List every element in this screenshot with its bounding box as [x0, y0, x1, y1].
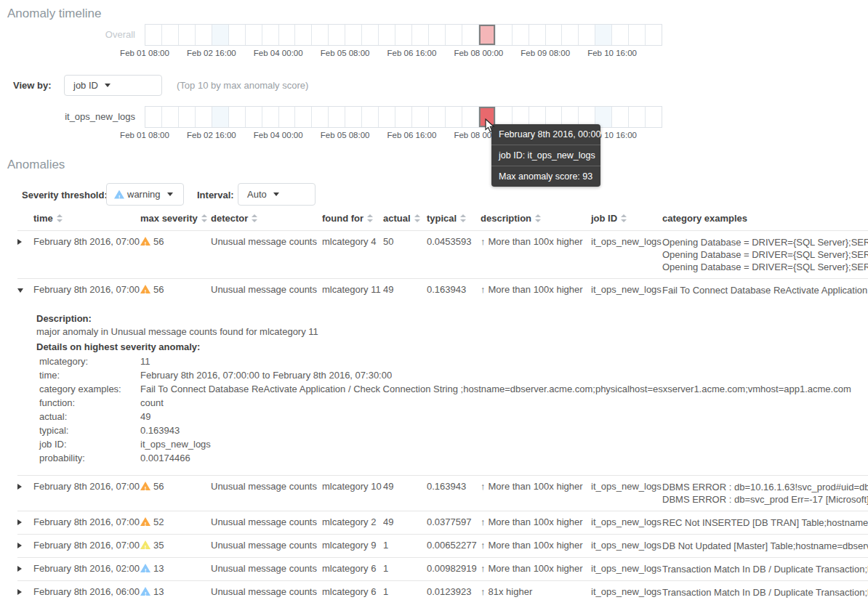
cell-actual: 1 [383, 535, 427, 558]
cell-detector: Unusual message counts [211, 535, 322, 558]
tooltip-time: February 8th 2016, 00:00 [491, 124, 600, 145]
column-header-job-ID[interactable]: job ID [591, 209, 662, 231]
swimlane-cell[interactable] [212, 107, 229, 127]
expand-row-icon[interactable] [17, 484, 22, 490]
expand-row-icon[interactable] [17, 239, 22, 245]
swimlane-cell[interactable] [162, 25, 179, 45]
category-example-line: Transaction Match In DB / Duplicate Tran… [662, 586, 868, 599]
table-row[interactable]: February 8th 2016, 07:00 56 Unusual mess… [17, 476, 868, 511]
details-field: time:February 8th 2016, 07:00:00 to Febr… [36, 368, 868, 382]
view-by-dropdown[interactable]: job ID [64, 75, 162, 96]
swimlane-cell[interactable] [395, 107, 412, 127]
expand-row-icon[interactable] [17, 589, 22, 595]
swimlane-cell[interactable] [629, 25, 646, 45]
chevron-down-icon [273, 192, 279, 196]
swimlane-cell[interactable] [212, 25, 229, 45]
swimlane-cell[interactable] [279, 107, 296, 127]
swimlane-cell[interactable] [412, 107, 429, 127]
column-header-time[interactable]: time [33, 209, 140, 231]
swimlane-cell[interactable] [513, 25, 529, 45]
swimlane-cell[interactable] [196, 107, 212, 127]
swimlane-cell[interactable] [246, 107, 262, 127]
swimlane-cell[interactable] [446, 25, 462, 45]
swimlane-cell[interactable] [646, 107, 662, 127]
swimlane-cell[interactable] [145, 107, 162, 127]
swimlane-cell[interactable] [345, 107, 362, 127]
swimlane-cell[interactable] [479, 25, 496, 45]
swimlane-cell[interactable] [629, 107, 646, 127]
swimlane-cell[interactable] [446, 107, 462, 127]
swimlane-cell[interactable] [229, 25, 246, 45]
swimlane-cell[interactable] [429, 107, 446, 127]
swimlane-cell[interactable] [145, 25, 162, 45]
column-header-max-severity[interactable]: max severity [140, 209, 211, 231]
expand-row-icon[interactable] [17, 519, 22, 525]
table-row[interactable]: February 8th 2016, 07:00 35 Unusual mess… [17, 535, 868, 558]
column-header-actual[interactable]: actual [383, 209, 427, 231]
swimlane-cell[interactable] [179, 107, 196, 127]
swimlane-cell[interactable] [229, 107, 246, 127]
swimlane-cell[interactable] [579, 25, 595, 45]
swimlane-cell[interactable] [362, 25, 379, 45]
severity-triangle-icon [140, 587, 150, 596]
table-row[interactable]: February 8th 2016, 06:00 13 Unusual mess… [17, 581, 868, 600]
table-row[interactable]: February 8th 2016, 07:00 56 Unusual mess… [17, 279, 868, 302]
swimlane-cell[interactable] [395, 25, 412, 45]
swimlane-cell[interactable] [329, 25, 345, 45]
category-example-line: Transaction Match In DB / Duplicate Tran… [662, 563, 868, 575]
warning-triangle-icon [114, 190, 124, 199]
details-field: mlcategory:11 [36, 354, 868, 368]
interval-dropdown[interactable]: Auto [238, 183, 316, 206]
arrow-up-icon: ↑ [481, 540, 486, 551]
sort-icon [252, 214, 257, 222]
swimlane-cell[interactable] [262, 107, 279, 127]
swimlane-cell[interactable] [312, 107, 329, 127]
swimlane-cell[interactable] [262, 25, 279, 45]
swimlane-cell[interactable] [162, 107, 179, 127]
column-header-typical[interactable]: typical [427, 209, 481, 231]
column-header-detector[interactable]: detector [211, 209, 322, 231]
swimlane-cell[interactable] [429, 25, 446, 45]
swimlane-cell[interactable] [279, 25, 296, 45]
swimlane-cell[interactable] [546, 25, 563, 45]
swimlane-cell[interactable] [496, 25, 513, 45]
swimlane-cell[interactable] [345, 25, 362, 45]
swimlane-cell[interactable] [462, 25, 479, 45]
expand-row-icon[interactable] [17, 566, 22, 572]
swimlane-cell[interactable] [562, 25, 579, 45]
swimlane-cell[interactable] [379, 25, 395, 45]
expand-row-icon[interactable] [17, 288, 23, 293]
cell-time: February 8th 2016, 07:00 [33, 535, 140, 558]
swimlane-cell[interactable] [312, 25, 329, 45]
chevron-down-icon [105, 84, 110, 87]
swimlane-cell[interactable] [179, 25, 196, 45]
swimlane-cell[interactable] [612, 25, 629, 45]
swimlane-cell[interactable] [246, 25, 262, 45]
swimlane-cell[interactable] [529, 25, 546, 45]
cell-job-id: it_ops_new_logs [591, 558, 662, 581]
swimlane-cell[interactable] [646, 25, 662, 45]
swimlane-cell[interactable] [329, 107, 345, 127]
swimlane-cell[interactable] [612, 107, 629, 127]
column-header-found-for[interactable]: found for [322, 209, 383, 231]
table-row[interactable]: February 8th 2016, 07:00 52 Unusual mess… [17, 511, 868, 535]
severity-triangle-icon [140, 564, 150, 572]
swimlane-cell[interactable] [362, 107, 379, 127]
swimlane-cell[interactable] [379, 107, 395, 127]
table-row[interactable]: February 8th 2016, 07:00 56 Unusual mess… [17, 231, 868, 279]
cell-actual: 50 [383, 231, 427, 279]
swimlane-cell[interactable] [412, 25, 429, 45]
severity-threshold-dropdown[interactable]: warning [106, 183, 184, 206]
sort-icon [414, 214, 420, 222]
swimlane-cell[interactable] [295, 25, 312, 45]
swimlane-cell[interactable] [595, 25, 612, 45]
details-description-label: Description: [36, 313, 868, 324]
expand-row-icon[interactable] [17, 543, 22, 548]
table-row[interactable]: February 8th 2016, 02:00 13 Unusual mess… [17, 558, 868, 581]
sort-icon [201, 214, 207, 222]
swimlane-cell[interactable] [196, 25, 212, 45]
column-header-description[interactable]: description [481, 209, 591, 231]
cell-typical: 0.0123923 [427, 581, 481, 600]
swimlane-cell[interactable] [295, 107, 312, 127]
swimlane-cell[interactable] [462, 107, 479, 127]
